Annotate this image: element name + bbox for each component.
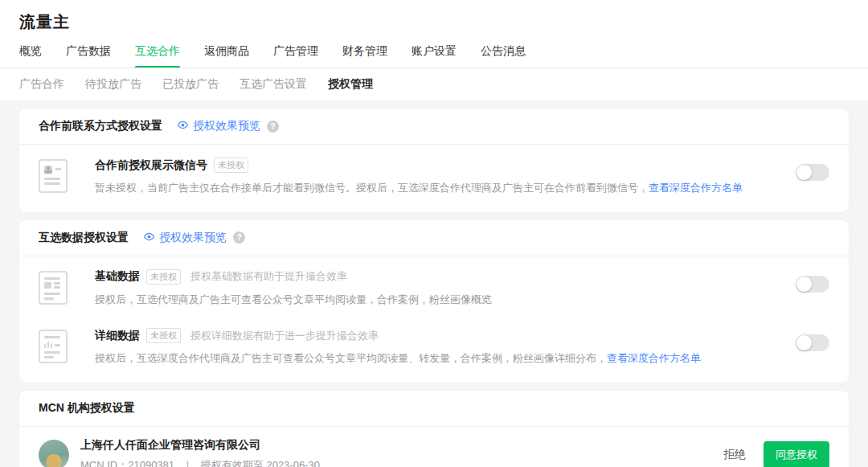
page-header: 流量主 概览 广告数据 互选合作 返佣商品 广告管理 财务管理 账户设置 公告消… — [0, 0, 868, 100]
basic-data-document-icon — [39, 271, 68, 305]
data-authorization-card: 互选数据授权设置 授权效果预览 ? 基础数据 — [19, 220, 849, 383]
wechat-id-item-title: 合作前授权展示微信号 — [95, 158, 207, 173]
page-title: 流量主 — [19, 11, 849, 33]
unauthorized-badge: 未授权 — [214, 158, 248, 173]
tab-rebate-goods[interactable]: 返佣商品 — [204, 44, 249, 68]
wechat-id-authorization-row: 合作前授权展示微信号 未授权 暂未授权，当前广告主仅在合作接单后才能看到微信号。… — [39, 158, 829, 196]
mcn-authorization-card: MCN 机构授权设置 上海仟人仟面企业管理咨询有限公司 MCN ID：21090… — [19, 391, 849, 467]
mcn-org-meta: MCN ID：21090381 ｜ 授权有效期至 2023-06-30 — [80, 458, 723, 467]
contact-preview-link-label: 授权效果预览 — [193, 119, 260, 133]
mcn-card-title: MCN 机构授权设置 — [39, 401, 135, 416]
unauthorized-badge: 未授权 — [146, 269, 181, 285]
data-card-title: 互选数据授权设置 — [39, 231, 129, 245]
meta-separator: ｜ — [182, 458, 193, 467]
toggle-knob — [796, 335, 812, 350]
mcn-org-avatar — [39, 440, 69, 467]
tab-account-settings[interactable]: 账户设置 — [411, 44, 457, 68]
subtab-pending-ads[interactable]: 待投放广告 — [85, 77, 141, 92]
wechat-id-item-desc: 暂未授权，当前广告主仅在合作接单后才能看到微信号。授权后，互选深度合作代理商及广… — [95, 180, 780, 196]
tab-ad-management[interactable]: 广告管理 — [273, 44, 318, 68]
contact-card-header: 合作前联系方式授权设置 授权效果预览 ? — [19, 109, 849, 145]
reject-button[interactable]: 拒绝 — [723, 448, 746, 462]
detailed-data-hint: 授权详细数据有助于进一步提升撮合效率 — [190, 329, 379, 343]
contact-document-icon — [39, 159, 68, 193]
tab-finance-management[interactable]: 财务管理 — [342, 44, 387, 68]
detailed-data-row: 详细数据 未授权 授权详细数据有助于进一步提升撮合效率 授权后，互选深度合作代理… — [39, 328, 829, 367]
content-area: 合作前联系方式授权设置 授权效果预览 ? 合作前授权展示微信号 — [0, 100, 868, 467]
mcn-org-row: 上海仟人仟面企业管理咨询有限公司 MCN ID：21090381 ｜ 授权有效期… — [19, 427, 849, 467]
data-card-body: 基础数据 未授权 授权基础数据有助于提升撮合效率 授权后，互选代理商及广告主可查… — [19, 256, 849, 383]
toggle-knob — [796, 165, 812, 180]
contact-card-title: 合作前联系方式授权设置 — [39, 119, 162, 133]
basic-data-authorization-toggle[interactable] — [796, 276, 829, 293]
unauthorized-badge: 未授权 — [146, 328, 181, 343]
deep-cooperation-list-link[interactable]: 查看深度合作方名单 — [607, 352, 701, 364]
subtab-ad-cooperation[interactable]: 广告合作 — [19, 77, 64, 92]
basic-data-desc: 授权后，互选代理商及广告主可查看公众号文章平均阅读量，合作案例，粉丝画像概览 — [95, 292, 780, 308]
sub-tabs: 广告合作 待投放广告 已投放广告 互选广告设置 授权管理 — [19, 68, 849, 100]
approve-authorization-button[interactable]: 同意授权 — [764, 441, 829, 467]
data-preview-link[interactable]: 授权效果预览 — [143, 231, 227, 245]
tab-mutual-cooperation[interactable]: 互选合作 — [135, 44, 180, 68]
basic-data-title: 基础数据 — [95, 269, 140, 284]
detailed-data-desc: 授权后，互选深度合作代理商及广告主可查看公众号文章平均阅读量、转发量，合作案例，… — [95, 350, 780, 367]
mcn-actions: 拒绝 同意授权 — [723, 441, 829, 467]
help-icon[interactable]: ? — [233, 231, 245, 244]
contact-card-body: 合作前授权展示微信号 未授权 暂未授权，当前广告主仅在合作接单后才能看到微信号。… — [19, 145, 849, 212]
basic-data-hint: 授权基础数据有助于提升撮合效率 — [190, 269, 347, 284]
contact-preview-link[interactable]: 授权效果预览 — [177, 119, 260, 133]
eye-icon — [177, 119, 189, 133]
mcn-org-name: 上海仟人仟面企业管理咨询有限公司 — [80, 438, 723, 453]
mcn-id: MCN ID：21090381 — [80, 458, 174, 467]
deep-cooperation-list-link[interactable]: 查看深度合作方名单 — [649, 182, 743, 194]
contact-authorization-card: 合作前联系方式授权设置 授权效果预览 ? 合作前授权展示微信号 — [19, 109, 849, 212]
tab-announcements[interactable]: 公告消息 — [481, 44, 526, 68]
data-preview-link-label: 授权效果预览 — [159, 231, 227, 245]
toggle-knob — [796, 277, 812, 292]
detailed-data-authorization-toggle[interactable] — [796, 334, 829, 351]
help-icon[interactable]: ? — [267, 121, 279, 133]
subtab-mutual-ad-settings[interactable]: 互选广告设置 — [240, 77, 307, 92]
detailed-data-title: 详细数据 — [95, 329, 140, 343]
main-tabs: 概览 广告数据 互选合作 返佣商品 广告管理 财务管理 账户设置 公告消息 — [0, 44, 868, 68]
tab-ad-data[interactable]: 广告数据 — [66, 44, 111, 68]
mcn-card-header: MCN 机构授权设置 — [19, 391, 849, 427]
eye-icon — [143, 231, 155, 245]
subtab-published-ads[interactable]: 已投放广告 — [162, 77, 219, 92]
data-card-header: 互选数据授权设置 授权效果预览 ? — [19, 220, 849, 256]
mcn-authorization-expiry: 授权有效期至 2023-06-30 — [201, 458, 320, 467]
basic-data-row: 基础数据 未授权 授权基础数据有助于提升撮合效率 授权后，互选代理商及广告主可查… — [39, 269, 829, 308]
traffic-master-page: 流量主 概览 广告数据 互选合作 返佣商品 广告管理 财务管理 账户设置 公告消… — [0, 0, 868, 467]
subtab-authorization-management[interactable]: 授权管理 — [328, 77, 373, 92]
wechat-id-authorization-toggle[interactable] — [796, 164, 829, 181]
detailed-data-document-icon — [39, 330, 68, 363]
tab-overview[interactable]: 概览 — [19, 44, 42, 68]
